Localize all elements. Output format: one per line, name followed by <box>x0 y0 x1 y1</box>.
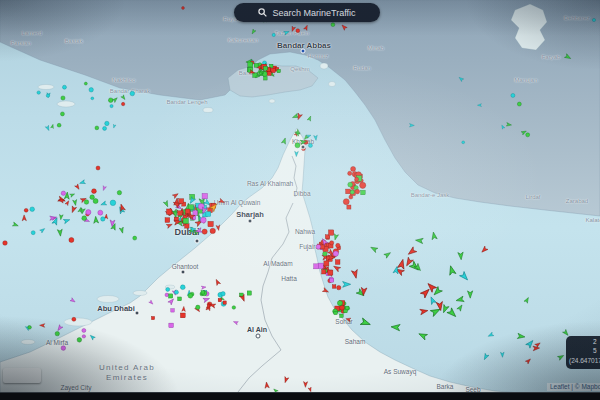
vessel-marker[interactable] <box>182 306 186 311</box>
vessel-marker[interactable] <box>295 143 300 148</box>
vessel-marker[interactable] <box>61 191 65 195</box>
vessel-marker[interactable] <box>166 287 170 291</box>
vessel-marker[interactable] <box>121 95 126 101</box>
vessel-marker[interactable] <box>500 352 504 357</box>
vessel-marker[interactable] <box>61 346 66 351</box>
vessel-marker[interactable] <box>330 278 334 282</box>
vessel-marker[interactable] <box>149 300 154 305</box>
vessel-marker[interactable] <box>203 296 210 302</box>
vessel-marker[interactable] <box>323 252 328 257</box>
vessel-marker[interactable] <box>171 309 174 312</box>
vessel-marker[interactable] <box>340 305 345 310</box>
vessel-marker[interactable] <box>98 210 103 215</box>
vessel-marker[interactable] <box>254 63 258 67</box>
vessel-marker[interactable] <box>73 199 78 205</box>
vessel-marker[interactable] <box>110 200 116 206</box>
vessel-marker[interactable] <box>533 346 540 351</box>
vessel-marker[interactable] <box>24 208 28 212</box>
vessel-marker[interactable] <box>350 190 354 194</box>
vessel-marker[interactable] <box>232 306 236 310</box>
vessel-marker[interactable] <box>151 316 154 319</box>
vessel-marker[interactable] <box>343 281 351 287</box>
city-marker[interactable] <box>135 311 139 315</box>
vessel-marker[interactable] <box>180 313 185 318</box>
vessel-marker[interactable] <box>93 199 98 204</box>
vessel-marker[interactable] <box>70 298 76 304</box>
vessel-marker[interactable] <box>112 96 118 102</box>
vessel-marker[interactable] <box>482 353 489 360</box>
vessel-marker[interactable] <box>218 298 221 301</box>
vessel-marker[interactable] <box>163 200 169 207</box>
city-marker[interactable] <box>248 219 252 223</box>
vessel-marker[interactable] <box>31 231 35 235</box>
vessel-marker[interactable] <box>284 30 290 35</box>
vessel-marker[interactable] <box>281 137 287 144</box>
vessel-marker[interactable] <box>247 291 251 295</box>
vessel-marker[interactable] <box>89 88 93 92</box>
vessel-marker[interactable] <box>103 126 107 130</box>
vessel-marker[interactable] <box>477 104 481 107</box>
vessel-marker[interactable] <box>193 211 198 216</box>
vessel-marker[interactable] <box>361 190 366 195</box>
vessel-marker[interactable] <box>263 66 267 70</box>
vessel-marker[interactable] <box>105 121 109 125</box>
map-control[interactable] <box>3 368 41 383</box>
vessel-marker[interactable] <box>108 98 113 103</box>
vessel-marker[interactable] <box>292 113 299 119</box>
vessel-marker[interactable] <box>336 243 340 247</box>
vessel-marker[interactable] <box>456 296 465 303</box>
city-marker[interactable] <box>301 145 305 149</box>
vessel-marker[interactable] <box>264 382 269 389</box>
vessel-marker[interactable] <box>202 193 207 198</box>
vessel-marker[interactable] <box>322 270 326 274</box>
city-marker[interactable] <box>256 334 260 338</box>
vessel-marker[interactable] <box>333 251 338 256</box>
vessel-marker[interactable] <box>3 241 8 246</box>
vessel-marker[interactable] <box>340 314 344 318</box>
vessel-marker[interactable] <box>348 182 353 187</box>
vessel-marker[interactable] <box>337 300 342 305</box>
vessel-marker[interactable] <box>332 285 336 289</box>
vessel-marker[interactable] <box>200 217 206 223</box>
city-marker[interactable] <box>195 239 199 243</box>
vessel-marker[interactable] <box>178 211 183 216</box>
vessel-marker[interactable] <box>407 247 417 257</box>
vessel-marker[interactable] <box>330 241 334 245</box>
vessel-marker[interactable] <box>517 102 521 106</box>
vessel-marker[interactable] <box>102 186 107 191</box>
vessel-marker[interactable] <box>100 201 107 207</box>
vessel-marker[interactable] <box>59 214 63 220</box>
vessel-marker[interactable] <box>314 135 318 140</box>
vessel-marker[interactable] <box>592 18 595 21</box>
vessel-marker[interactable] <box>345 306 349 310</box>
vessel-marker[interactable] <box>360 182 366 188</box>
vessel-marker[interactable] <box>418 331 428 340</box>
vessel-marker[interactable] <box>84 82 87 85</box>
vessel-marker[interactable] <box>45 125 50 131</box>
vessel-marker[interactable] <box>271 68 275 72</box>
vessel-marker[interactable] <box>89 334 95 340</box>
city-marker[interactable] <box>181 270 185 274</box>
vessel-marker[interactable] <box>415 238 423 244</box>
map-canvas[interactable]: LamerdParsianBastakNakhilooRuydarKahures… <box>0 0 600 393</box>
vessel-marker[interactable] <box>355 189 360 194</box>
vessel-marker[interactable] <box>82 335 85 338</box>
vessel-marker[interactable] <box>172 192 179 198</box>
vessel-marker[interactable] <box>185 209 190 214</box>
vessel-marker[interactable] <box>348 171 352 175</box>
vessel-marker[interactable] <box>51 124 55 129</box>
vessel-marker[interactable] <box>341 24 348 31</box>
vessel-marker[interactable] <box>93 216 98 223</box>
vessel-marker[interactable] <box>166 222 173 228</box>
vessel-marker[interactable] <box>316 244 321 249</box>
vessel-marker[interactable] <box>82 216 87 221</box>
vessel-marker[interactable] <box>57 123 61 127</box>
vessel-marker[interactable] <box>75 184 81 190</box>
map-attribution[interactable]: Leaflet | © Mapbox <box>547 383 600 391</box>
vessel-marker[interactable] <box>460 272 470 282</box>
vessel-marker[interactable] <box>90 195 95 200</box>
vessel-marker[interactable] <box>201 285 206 289</box>
vessel-marker[interactable] <box>524 297 530 304</box>
vessel-marker[interactable] <box>409 124 414 128</box>
vessel-marker[interactable] <box>501 124 505 129</box>
